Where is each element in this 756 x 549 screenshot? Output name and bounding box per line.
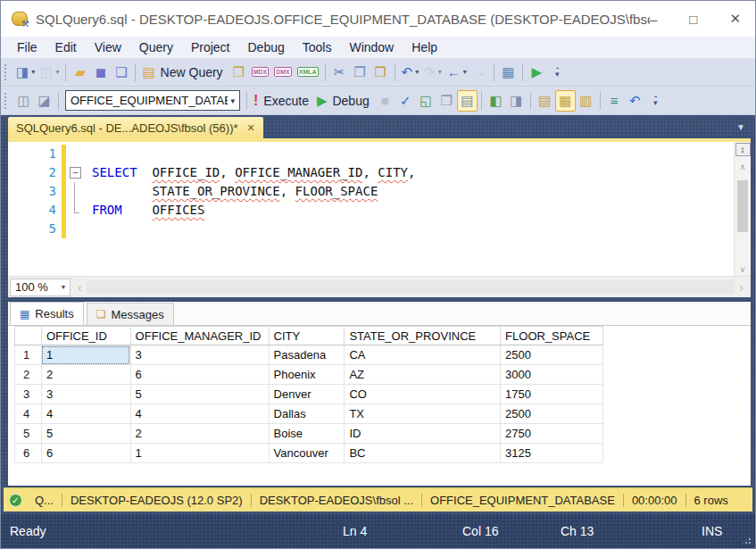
column-header-office_id[interactable]: OFFICE_ID — [41, 327, 130, 345]
grid-cell[interactable]: 2500 — [501, 404, 603, 424]
dmx-query-button[interactable]: DMX — [271, 62, 295, 83]
maximize-button[interactable]: □ — [689, 12, 697, 27]
grid-cell[interactable]: 4 — [130, 404, 269, 424]
query-options-button[interactable]: ❐ — [436, 90, 457, 112]
mdx-query-button[interactable]: MDX — [249, 62, 272, 83]
column-header-floor_space[interactable]: FLOOR_SPACE — [501, 327, 603, 345]
grid-cell[interactable]: 1 — [41, 345, 130, 365]
execute-button[interactable]: !Execute — [251, 90, 314, 112]
vscroll-track[interactable] — [735, 173, 751, 263]
editor-zoom-select[interactable]: 100 % ▾ — [10, 279, 71, 296]
row-header[interactable]: 4 — [15, 404, 42, 424]
navigate-backward-button[interactable]: ←▾ — [444, 62, 469, 83]
column-header-office_manager_id[interactable]: OFFICE_MANAGER_ID — [130, 327, 269, 345]
grid-cell[interactable]: 2 — [41, 365, 130, 385]
grid-cell[interactable]: Boise — [269, 424, 345, 444]
editor-line[interactable]: 2SELECT OFFICE_ID, OFFICE_MANAGER_ID, CI… — [8, 163, 734, 182]
menu-edit[interactable]: Edit — [46, 37, 86, 57]
menu-help[interactable]: Help — [403, 37, 446, 57]
grid-cell[interactable]: Pasadena — [269, 345, 345, 365]
scroll-up-icon[interactable]: ∧ — [735, 161, 751, 173]
save-all-button[interactable]: ❏ — [111, 62, 131, 83]
scroll-right-icon[interactable]: › — [735, 280, 748, 295]
grid-cell[interactable]: 3 — [41, 385, 130, 404]
chevron-down-icon[interactable]: ▾ — [55, 68, 59, 76]
xmla-query-button[interactable]: XMLA — [295, 62, 321, 83]
tab-close-icon[interactable]: ✕ — [247, 122, 255, 134]
grid-cell[interactable]: AZ — [345, 365, 501, 385]
resize-grip[interactable] — [741, 534, 752, 545]
grid-cell[interactable]: 3000 — [501, 365, 603, 385]
menu-debug[interactable]: Debug — [238, 37, 293, 57]
tab-messages[interactable]: ❏ Messages — [87, 303, 174, 325]
parse-button[interactable]: ✓ — [395, 90, 416, 112]
grid-cell[interactable]: 3125 — [501, 444, 603, 463]
debug-button[interactable]: ▶Debug — [314, 90, 375, 112]
start-button[interactable]: ▶ — [527, 62, 547, 83]
scroll-down-icon[interactable]: ∨ — [735, 263, 751, 276]
row-header[interactable]: 5 — [15, 424, 42, 444]
grid-cell[interactable]: 2500 — [501, 345, 603, 365]
row-header[interactable]: 2 — [15, 365, 42, 385]
grid-cell[interactable]: 1 — [130, 444, 269, 463]
toolbar-overflow-button[interactable]: ▾ — [547, 62, 568, 83]
toolbar-overflow-button[interactable]: ▾ — [645, 90, 666, 112]
row-header[interactable]: 3 — [15, 385, 42, 404]
grid-cell[interactable]: BC — [345, 444, 501, 463]
grid-cell[interactable]: 4 — [41, 404, 130, 424]
available-databases-combo[interactable]: OFFICE_EQUIPMENT_DATAE▾ — [65, 90, 240, 111]
results-to-file-button[interactable]: ▥ — [576, 90, 596, 112]
grid-cell[interactable]: 5 — [41, 424, 130, 444]
grid-cell[interactable]: 6 — [130, 365, 269, 385]
grid-cell[interactable]: CO — [345, 385, 501, 404]
grid-cell[interactable]: TX — [345, 404, 501, 424]
copy-button[interactable]: ❐ — [350, 62, 370, 83]
save-button[interactable]: ◼ — [90, 62, 111, 83]
chevron-down-icon[interactable]: ▾ — [415, 68, 419, 76]
editor-line[interactable]: 3 STATE_OR_PROVINCE, FLOOR_SPACE — [8, 182, 734, 201]
grid-cell[interactable]: 2 — [130, 424, 269, 444]
results-to-grid-button[interactable]: ▦ — [555, 90, 576, 112]
grid-cell[interactable]: Vancouver — [269, 444, 345, 463]
include-client-statistics-button[interactable]: ◨ — [506, 90, 527, 112]
column-header-city[interactable]: CITY — [269, 327, 345, 345]
row-header[interactable]: 1 — [15, 345, 42, 365]
new-item-button[interactable]: ◨▾ — [13, 62, 37, 83]
activity-monitor-button[interactable]: ▦ — [498, 62, 519, 83]
menu-query[interactable]: Query — [130, 37, 182, 57]
chevron-down-icon[interactable]: ▾ — [31, 68, 35, 76]
document-tab[interactable]: SQLQuery6.sql - DE...ADEOJS\fbsol (56))*… — [8, 117, 263, 138]
connect-button[interactable]: ◫ — [13, 90, 34, 112]
comment-lines-button[interactable]: ≡ — [604, 90, 625, 112]
change-connection-button[interactable]: ◪ — [34, 90, 54, 112]
results-pane-toggle-button[interactable]: ▤ — [457, 90, 478, 112]
grid-cell[interactable]: Denver — [269, 385, 345, 404]
menu-file[interactable]: File — [8, 37, 46, 57]
row-header[interactable]: 6 — [15, 444, 42, 463]
grid-cell[interactable]: 3 — [130, 345, 269, 365]
column-header-state_or_province[interactable]: STATE_OR_PROVINCE — [345, 327, 501, 345]
grid-cell[interactable]: CA — [345, 345, 501, 365]
editor-line[interactable]: 1 — [8, 145, 734, 163]
grid-cell[interactable]: ID — [345, 424, 501, 444]
collapse-outline-icon[interactable] — [68, 163, 83, 182]
database-engine-query-button[interactable]: ❐ — [228, 62, 249, 83]
menu-project[interactable]: Project — [182, 37, 239, 57]
sqlcmd-mode-button[interactable]: ◧ — [486, 90, 506, 112]
editor-split-handle[interactable]: ↕ — [735, 143, 751, 156]
paste-button[interactable]: ❒ — [370, 62, 391, 83]
minimize-button[interactable]: – — [650, 12, 657, 27]
cut-button[interactable]: ✂ — [329, 62, 350, 83]
grid-cell[interactable]: 2750 — [501, 424, 603, 444]
tab-results[interactable]: ▦ Results — [10, 302, 84, 325]
grid-cell[interactable]: Dallas — [269, 404, 345, 424]
grid-cell[interactable]: 6 — [41, 444, 130, 463]
scroll-left-icon[interactable]: ‹ — [73, 280, 87, 295]
vscroll-thumb[interactable] — [737, 180, 748, 232]
menu-view[interactable]: View — [86, 37, 130, 57]
close-button[interactable]: ✕ — [729, 11, 741, 27]
open-file-button[interactable]: ▰ — [70, 62, 90, 83]
display-estimated-plan-button[interactable]: ◱ — [416, 90, 436, 112]
editor-line[interactable]: 5 — [8, 220, 734, 238]
grid-cell[interactable]: Phoenix — [269, 365, 345, 385]
